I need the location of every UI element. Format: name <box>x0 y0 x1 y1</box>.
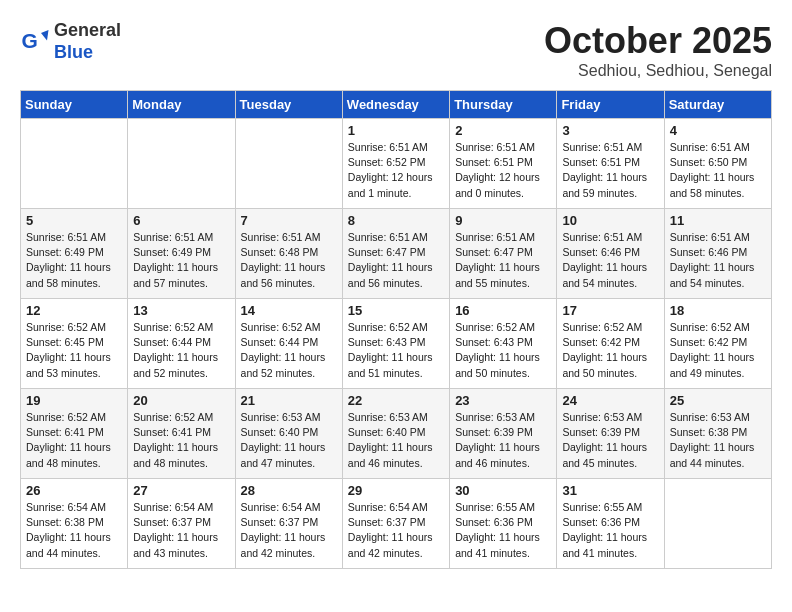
cell-info: Sunrise: 6:51 AM Sunset: 6:49 PM Dayligh… <box>26 230 122 291</box>
logo-icon: G <box>20 27 50 57</box>
calendar-cell: 31Sunrise: 6:55 AM Sunset: 6:36 PM Dayli… <box>557 479 664 569</box>
cell-info: Sunrise: 6:51 AM Sunset: 6:47 PM Dayligh… <box>348 230 444 291</box>
calendar-cell: 22Sunrise: 6:53 AM Sunset: 6:40 PM Dayli… <box>342 389 449 479</box>
day-number: 1 <box>348 123 444 138</box>
cell-info: Sunrise: 6:54 AM Sunset: 6:37 PM Dayligh… <box>133 500 229 561</box>
cell-info: Sunrise: 6:55 AM Sunset: 6:36 PM Dayligh… <box>562 500 658 561</box>
location: Sedhiou, Sedhiou, Senegal <box>544 62 772 80</box>
day-header-saturday: Saturday <box>664 91 771 119</box>
svg-text:G: G <box>22 29 38 52</box>
cell-info: Sunrise: 6:52 AM Sunset: 6:44 PM Dayligh… <box>133 320 229 381</box>
cell-info: Sunrise: 6:51 AM Sunset: 6:52 PM Dayligh… <box>348 140 444 201</box>
day-header-sunday: Sunday <box>21 91 128 119</box>
month-title: October 2025 <box>544 20 772 62</box>
cell-info: Sunrise: 6:52 AM Sunset: 6:42 PM Dayligh… <box>562 320 658 381</box>
cell-info: Sunrise: 6:52 AM Sunset: 6:41 PM Dayligh… <box>133 410 229 471</box>
calendar-cell: 13Sunrise: 6:52 AM Sunset: 6:44 PM Dayli… <box>128 299 235 389</box>
day-number: 11 <box>670 213 766 228</box>
cell-info: Sunrise: 6:53 AM Sunset: 6:39 PM Dayligh… <box>455 410 551 471</box>
day-number: 27 <box>133 483 229 498</box>
day-number: 7 <box>241 213 337 228</box>
calendar-table: SundayMondayTuesdayWednesdayThursdayFrid… <box>20 90 772 569</box>
day-number: 22 <box>348 393 444 408</box>
calendar-cell: 24Sunrise: 6:53 AM Sunset: 6:39 PM Dayli… <box>557 389 664 479</box>
cell-info: Sunrise: 6:52 AM Sunset: 6:41 PM Dayligh… <box>26 410 122 471</box>
day-number: 6 <box>133 213 229 228</box>
day-number: 9 <box>455 213 551 228</box>
logo-blue-text: Blue <box>54 42 93 62</box>
day-number: 25 <box>670 393 766 408</box>
calendar-cell: 18Sunrise: 6:52 AM Sunset: 6:42 PM Dayli… <box>664 299 771 389</box>
calendar-body: 1Sunrise: 6:51 AM Sunset: 6:52 PM Daylig… <box>21 119 772 569</box>
page-header: G General Blue October 2025 Sedhiou, Sed… <box>20 20 772 80</box>
calendar-cell: 12Sunrise: 6:52 AM Sunset: 6:45 PM Dayli… <box>21 299 128 389</box>
calendar-cell: 19Sunrise: 6:52 AM Sunset: 6:41 PM Dayli… <box>21 389 128 479</box>
day-number: 5 <box>26 213 122 228</box>
calendar-cell <box>21 119 128 209</box>
cell-info: Sunrise: 6:51 AM Sunset: 6:46 PM Dayligh… <box>670 230 766 291</box>
cell-info: Sunrise: 6:51 AM Sunset: 6:47 PM Dayligh… <box>455 230 551 291</box>
calendar-cell: 30Sunrise: 6:55 AM Sunset: 6:36 PM Dayli… <box>450 479 557 569</box>
day-number: 4 <box>670 123 766 138</box>
day-header-wednesday: Wednesday <box>342 91 449 119</box>
day-number: 28 <box>241 483 337 498</box>
calendar-cell: 17Sunrise: 6:52 AM Sunset: 6:42 PM Dayli… <box>557 299 664 389</box>
calendar-cell: 4Sunrise: 6:51 AM Sunset: 6:50 PM Daylig… <box>664 119 771 209</box>
day-number: 14 <box>241 303 337 318</box>
day-number: 8 <box>348 213 444 228</box>
cell-info: Sunrise: 6:51 AM Sunset: 6:49 PM Dayligh… <box>133 230 229 291</box>
calendar-cell: 20Sunrise: 6:52 AM Sunset: 6:41 PM Dayli… <box>128 389 235 479</box>
cell-info: Sunrise: 6:51 AM Sunset: 6:51 PM Dayligh… <box>562 140 658 201</box>
day-number: 15 <box>348 303 444 318</box>
calendar-header-row: SundayMondayTuesdayWednesdayThursdayFrid… <box>21 91 772 119</box>
cell-info: Sunrise: 6:53 AM Sunset: 6:38 PM Dayligh… <box>670 410 766 471</box>
cell-info: Sunrise: 6:54 AM Sunset: 6:37 PM Dayligh… <box>348 500 444 561</box>
calendar-cell: 2Sunrise: 6:51 AM Sunset: 6:51 PM Daylig… <box>450 119 557 209</box>
calendar-cell: 10Sunrise: 6:51 AM Sunset: 6:46 PM Dayli… <box>557 209 664 299</box>
day-number: 10 <box>562 213 658 228</box>
day-number: 20 <box>133 393 229 408</box>
cell-info: Sunrise: 6:51 AM Sunset: 6:48 PM Dayligh… <box>241 230 337 291</box>
day-header-friday: Friday <box>557 91 664 119</box>
day-number: 3 <box>562 123 658 138</box>
day-number: 23 <box>455 393 551 408</box>
day-number: 19 <box>26 393 122 408</box>
cell-info: Sunrise: 6:52 AM Sunset: 6:42 PM Dayligh… <box>670 320 766 381</box>
cell-info: Sunrise: 6:51 AM Sunset: 6:50 PM Dayligh… <box>670 140 766 201</box>
cell-info: Sunrise: 6:54 AM Sunset: 6:38 PM Dayligh… <box>26 500 122 561</box>
week-row-3: 12Sunrise: 6:52 AM Sunset: 6:45 PM Dayli… <box>21 299 772 389</box>
day-header-thursday: Thursday <box>450 91 557 119</box>
day-number: 16 <box>455 303 551 318</box>
day-number: 29 <box>348 483 444 498</box>
cell-info: Sunrise: 6:52 AM Sunset: 6:44 PM Dayligh… <box>241 320 337 381</box>
day-number: 31 <box>562 483 658 498</box>
cell-info: Sunrise: 6:53 AM Sunset: 6:40 PM Dayligh… <box>348 410 444 471</box>
calendar-cell: 11Sunrise: 6:51 AM Sunset: 6:46 PM Dayli… <box>664 209 771 299</box>
logo: G General Blue <box>20 20 121 63</box>
week-row-2: 5Sunrise: 6:51 AM Sunset: 6:49 PM Daylig… <box>21 209 772 299</box>
calendar-cell: 16Sunrise: 6:52 AM Sunset: 6:43 PM Dayli… <box>450 299 557 389</box>
day-number: 18 <box>670 303 766 318</box>
calendar-cell: 9Sunrise: 6:51 AM Sunset: 6:47 PM Daylig… <box>450 209 557 299</box>
day-number: 2 <box>455 123 551 138</box>
calendar-cell: 6Sunrise: 6:51 AM Sunset: 6:49 PM Daylig… <box>128 209 235 299</box>
week-row-1: 1Sunrise: 6:51 AM Sunset: 6:52 PM Daylig… <box>21 119 772 209</box>
cell-info: Sunrise: 6:52 AM Sunset: 6:43 PM Dayligh… <box>348 320 444 381</box>
day-number: 13 <box>133 303 229 318</box>
day-header-monday: Monday <box>128 91 235 119</box>
calendar-cell: 14Sunrise: 6:52 AM Sunset: 6:44 PM Dayli… <box>235 299 342 389</box>
cell-info: Sunrise: 6:52 AM Sunset: 6:43 PM Dayligh… <box>455 320 551 381</box>
day-number: 12 <box>26 303 122 318</box>
cell-info: Sunrise: 6:55 AM Sunset: 6:36 PM Dayligh… <box>455 500 551 561</box>
calendar-cell: 25Sunrise: 6:53 AM Sunset: 6:38 PM Dayli… <box>664 389 771 479</box>
day-number: 24 <box>562 393 658 408</box>
cell-info: Sunrise: 6:53 AM Sunset: 6:39 PM Dayligh… <box>562 410 658 471</box>
day-number: 21 <box>241 393 337 408</box>
calendar-cell: 21Sunrise: 6:53 AM Sunset: 6:40 PM Dayli… <box>235 389 342 479</box>
calendar-cell: 8Sunrise: 6:51 AM Sunset: 6:47 PM Daylig… <box>342 209 449 299</box>
calendar-cell: 3Sunrise: 6:51 AM Sunset: 6:51 PM Daylig… <box>557 119 664 209</box>
calendar-cell: 5Sunrise: 6:51 AM Sunset: 6:49 PM Daylig… <box>21 209 128 299</box>
calendar-cell: 29Sunrise: 6:54 AM Sunset: 6:37 PM Dayli… <box>342 479 449 569</box>
day-number: 26 <box>26 483 122 498</box>
calendar-cell: 28Sunrise: 6:54 AM Sunset: 6:37 PM Dayli… <box>235 479 342 569</box>
